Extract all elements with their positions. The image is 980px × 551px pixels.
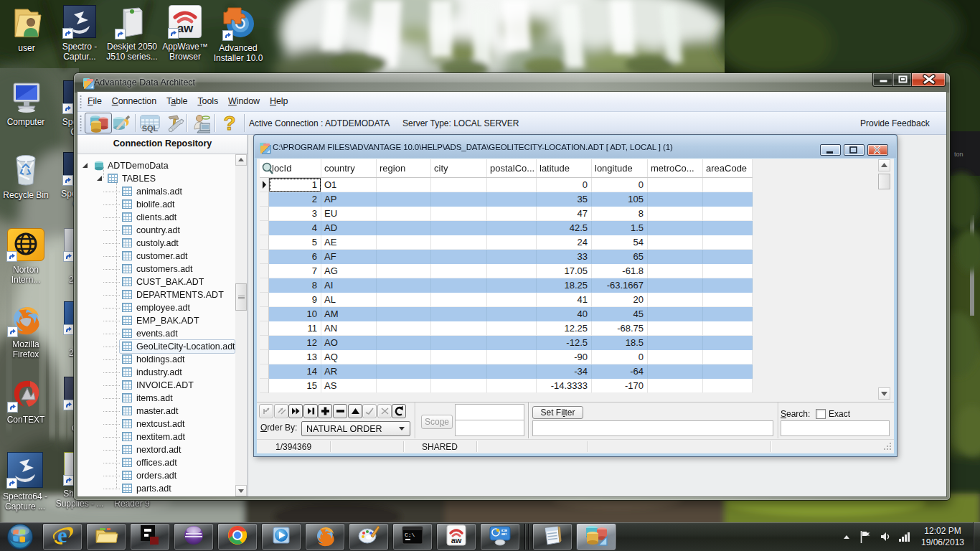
svg-text:aw: aw	[451, 536, 462, 545]
svg-text:SQL: SQL	[142, 124, 159, 133]
svg-text:C:\: C:\	[405, 532, 415, 538]
svg-text:ton: ton	[954, 151, 963, 158]
svg-text:aw: aw	[177, 22, 194, 35]
svg-text:?: ?	[223, 113, 235, 133]
